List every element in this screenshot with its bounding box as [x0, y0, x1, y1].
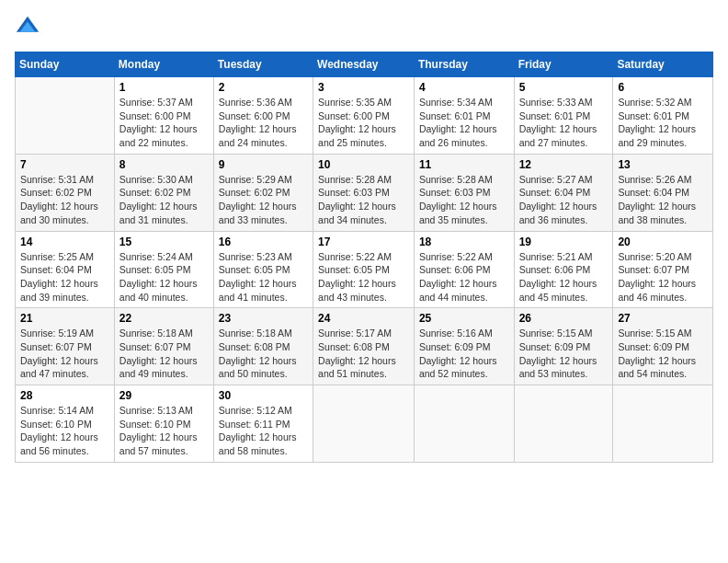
day-number: 3	[318, 81, 409, 94]
calendar-cell	[414, 385, 514, 463]
calendar-cell	[613, 385, 713, 463]
day-number: 5	[519, 81, 609, 94]
day-number: 2	[219, 81, 308, 94]
day-number: 15	[119, 236, 209, 248]
calendar-cell: 30Sunrise: 5:12 AM Sunset: 6:11 PM Dayli…	[213, 385, 313, 463]
calendar-cell: 1Sunrise: 5:37 AM Sunset: 6:00 PM Daylig…	[114, 77, 213, 155]
page-header	[15, 15, 713, 40]
day-number: 8	[119, 158, 209, 171]
day-number: 20	[618, 236, 708, 248]
logo	[15, 15, 44, 40]
day-number: 27	[618, 312, 708, 325]
calendar-cell: 15Sunrise: 5:24 AM Sunset: 6:05 PM Dayli…	[114, 231, 213, 308]
calendar-cell: 16Sunrise: 5:23 AM Sunset: 6:05 PM Dayli…	[213, 231, 313, 308]
day-info: Sunrise: 5:31 AM Sunset: 6:02 PM Dayligh…	[20, 173, 109, 227]
day-info: Sunrise: 5:29 AM Sunset: 6:02 PM Dayligh…	[219, 173, 308, 227]
day-number: 11	[419, 158, 509, 171]
calendar-week-row: 1Sunrise: 5:37 AM Sunset: 6:00 PM Daylig…	[16, 77, 713, 155]
calendar-cell: 6Sunrise: 5:32 AM Sunset: 6:01 PM Daylig…	[613, 77, 713, 155]
day-info: Sunrise: 5:30 AM Sunset: 6:02 PM Dayligh…	[119, 173, 209, 227]
day-info: Sunrise: 5:23 AM Sunset: 6:05 PM Dayligh…	[219, 250, 308, 304]
day-info: Sunrise: 5:21 AM Sunset: 6:06 PM Dayligh…	[519, 250, 609, 304]
calendar-cell: 10Sunrise: 5:28 AM Sunset: 6:03 PM Dayli…	[313, 154, 415, 231]
day-number: 6	[618, 81, 708, 94]
day-number: 24	[318, 312, 409, 325]
day-info: Sunrise: 5:16 AM Sunset: 6:09 PM Dayligh…	[419, 327, 509, 381]
calendar-cell: 5Sunrise: 5:33 AM Sunset: 6:01 PM Daylig…	[514, 77, 613, 155]
calendar-day-header: Monday	[114, 52, 213, 77]
calendar-cell: 25Sunrise: 5:16 AM Sunset: 6:09 PM Dayli…	[414, 308, 514, 385]
day-info: Sunrise: 5:20 AM Sunset: 6:07 PM Dayligh…	[618, 250, 708, 304]
day-info: Sunrise: 5:35 AM Sunset: 6:00 PM Dayligh…	[318, 96, 409, 150]
calendar-cell: 26Sunrise: 5:15 AM Sunset: 6:09 PM Dayli…	[514, 308, 613, 385]
calendar-cell: 3Sunrise: 5:35 AM Sunset: 6:00 PM Daylig…	[313, 77, 415, 155]
day-number: 10	[318, 158, 409, 171]
day-number: 26	[519, 312, 609, 325]
calendar-cell: 22Sunrise: 5:18 AM Sunset: 6:07 PM Dayli…	[114, 308, 213, 385]
day-info: Sunrise: 5:26 AM Sunset: 6:04 PM Dayligh…	[618, 173, 708, 227]
calendar-cell: 12Sunrise: 5:27 AM Sunset: 6:04 PM Dayli…	[514, 154, 613, 231]
day-number: 18	[419, 236, 509, 248]
day-info: Sunrise: 5:28 AM Sunset: 6:03 PM Dayligh…	[419, 173, 509, 227]
day-info: Sunrise: 5:18 AM Sunset: 6:07 PM Dayligh…	[119, 327, 209, 381]
calendar-cell: 19Sunrise: 5:21 AM Sunset: 6:06 PM Dayli…	[514, 231, 613, 308]
day-number: 4	[419, 81, 509, 94]
calendar-week-row: 28Sunrise: 5:14 AM Sunset: 6:10 PM Dayli…	[16, 385, 713, 463]
calendar-cell: 9Sunrise: 5:29 AM Sunset: 6:02 PM Daylig…	[213, 154, 313, 231]
calendar-cell: 23Sunrise: 5:18 AM Sunset: 6:08 PM Dayli…	[213, 308, 313, 385]
day-info: Sunrise: 5:18 AM Sunset: 6:08 PM Dayligh…	[219, 327, 308, 381]
calendar-day-header: Sunday	[16, 52, 115, 77]
calendar-cell: 11Sunrise: 5:28 AM Sunset: 6:03 PM Dayli…	[414, 154, 514, 231]
day-info: Sunrise: 5:27 AM Sunset: 6:04 PM Dayligh…	[519, 173, 609, 227]
day-info: Sunrise: 5:17 AM Sunset: 6:08 PM Dayligh…	[318, 327, 409, 381]
day-number: 12	[519, 158, 609, 171]
day-info: Sunrise: 5:12 AM Sunset: 6:11 PM Dayligh…	[219, 404, 308, 458]
calendar-day-header: Wednesday	[313, 52, 415, 77]
day-info: Sunrise: 5:24 AM Sunset: 6:05 PM Dayligh…	[119, 250, 209, 304]
day-info: Sunrise: 5:32 AM Sunset: 6:01 PM Dayligh…	[618, 96, 708, 150]
calendar-cell	[313, 385, 415, 463]
calendar-cell: 4Sunrise: 5:34 AM Sunset: 6:01 PM Daylig…	[414, 77, 514, 155]
calendar-cell: 18Sunrise: 5:22 AM Sunset: 6:06 PM Dayli…	[414, 231, 514, 308]
day-number: 1	[119, 81, 209, 94]
calendar-week-row: 21Sunrise: 5:19 AM Sunset: 6:07 PM Dayli…	[16, 308, 713, 385]
calendar-table: SundayMondayTuesdayWednesdayThursdayFrid…	[15, 52, 713, 463]
day-info: Sunrise: 5:36 AM Sunset: 6:00 PM Dayligh…	[219, 96, 308, 150]
calendar-cell: 2Sunrise: 5:36 AM Sunset: 6:00 PM Daylig…	[213, 77, 313, 155]
day-info: Sunrise: 5:19 AM Sunset: 6:07 PM Dayligh…	[20, 327, 109, 381]
day-info: Sunrise: 5:15 AM Sunset: 6:09 PM Dayligh…	[618, 327, 708, 381]
calendar-cell: 20Sunrise: 5:20 AM Sunset: 6:07 PM Dayli…	[613, 231, 713, 308]
calendar-day-header: Thursday	[414, 52, 514, 77]
day-number: 17	[318, 236, 409, 248]
day-number: 28	[20, 389, 109, 402]
calendar-cell: 8Sunrise: 5:30 AM Sunset: 6:02 PM Daylig…	[114, 154, 213, 231]
calendar-cell: 13Sunrise: 5:26 AM Sunset: 6:04 PM Dayli…	[613, 154, 713, 231]
day-info: Sunrise: 5:28 AM Sunset: 6:03 PM Dayligh…	[318, 173, 409, 227]
day-number: 30	[219, 389, 308, 402]
calendar-cell	[16, 77, 115, 155]
day-info: Sunrise: 5:13 AM Sunset: 6:10 PM Dayligh…	[119, 404, 209, 458]
day-info: Sunrise: 5:22 AM Sunset: 6:05 PM Dayligh…	[318, 250, 409, 304]
calendar-cell: 7Sunrise: 5:31 AM Sunset: 6:02 PM Daylig…	[16, 154, 115, 231]
calendar-cell: 29Sunrise: 5:13 AM Sunset: 6:10 PM Dayli…	[114, 385, 213, 463]
calendar-week-row: 14Sunrise: 5:25 AM Sunset: 6:04 PM Dayli…	[16, 231, 713, 308]
day-info: Sunrise: 5:15 AM Sunset: 6:09 PM Dayligh…	[519, 327, 609, 381]
calendar-cell: 24Sunrise: 5:17 AM Sunset: 6:08 PM Dayli…	[313, 308, 415, 385]
calendar-header: SundayMondayTuesdayWednesdayThursdayFrid…	[16, 52, 713, 77]
day-info: Sunrise: 5:25 AM Sunset: 6:04 PM Dayligh…	[20, 250, 109, 304]
day-info: Sunrise: 5:34 AM Sunset: 6:01 PM Dayligh…	[419, 96, 509, 150]
calendar-cell: 21Sunrise: 5:19 AM Sunset: 6:07 PM Dayli…	[16, 308, 115, 385]
day-number: 23	[219, 312, 308, 325]
calendar-cell: 28Sunrise: 5:14 AM Sunset: 6:10 PM Dayli…	[16, 385, 115, 463]
day-number: 22	[119, 312, 209, 325]
day-info: Sunrise: 5:37 AM Sunset: 6:00 PM Dayligh…	[119, 96, 209, 150]
calendar-week-row: 7Sunrise: 5:31 AM Sunset: 6:02 PM Daylig…	[16, 154, 713, 231]
day-number: 25	[419, 312, 509, 325]
day-info: Sunrise: 5:14 AM Sunset: 6:10 PM Dayligh…	[20, 404, 109, 458]
day-number: 9	[219, 158, 308, 171]
calendar-day-header: Tuesday	[213, 52, 313, 77]
calendar-cell: 17Sunrise: 5:22 AM Sunset: 6:05 PM Dayli…	[313, 231, 415, 308]
day-number: 16	[219, 236, 308, 248]
day-number: 19	[519, 236, 609, 248]
calendar-cell: 14Sunrise: 5:25 AM Sunset: 6:04 PM Dayli…	[16, 231, 115, 308]
